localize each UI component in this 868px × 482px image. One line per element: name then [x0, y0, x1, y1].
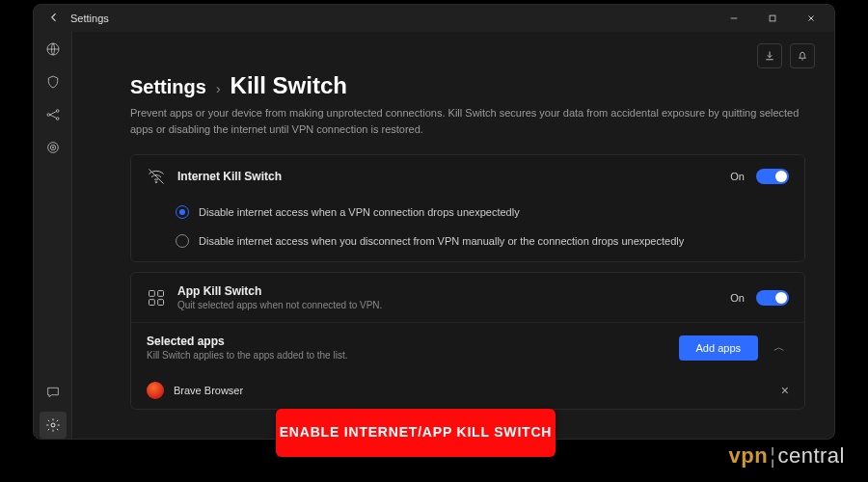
chat-icon[interactable] — [40, 379, 67, 406]
svg-point-5 — [56, 118, 59, 120]
apps-icon — [147, 288, 166, 308]
svg-point-8 — [52, 147, 53, 147]
breadcrumb-separator: › — [216, 81, 221, 96]
page-title: Kill Switch — [231, 72, 347, 99]
app-switch-state: On — [730, 292, 745, 304]
wifi-off-icon — [147, 167, 166, 186]
svg-point-9 — [51, 423, 55, 427]
chevron-up-icon[interactable]: ︿ — [770, 339, 789, 356]
internet-switch-toggle[interactable] — [756, 169, 789, 184]
radio-label: Disable internet access when a VPN conne… — [199, 206, 520, 218]
brave-app-icon — [147, 382, 164, 399]
mesh-icon[interactable] — [40, 101, 67, 128]
svg-rect-1 — [770, 15, 775, 21]
list-item: Brave Browser × — [131, 372, 804, 409]
annotation-callout: Enable Internet/App kill switch — [276, 409, 556, 457]
svg-rect-13 — [158, 290, 164, 296]
window-title: Settings — [70, 13, 109, 24]
remove-app-button[interactable]: × — [781, 383, 789, 398]
download-icon[interactable] — [757, 43, 782, 68]
radio-icon — [176, 234, 189, 248]
page-description: Prevent apps or your device from making … — [130, 105, 805, 137]
main-panel: Settings › Kill Switch Prevent apps or y… — [72, 32, 834, 439]
svg-rect-12 — [149, 290, 155, 296]
shield-icon[interactable] — [40, 68, 67, 95]
radio-label: Disable internet access when you disconn… — [199, 235, 684, 247]
breadcrumb: Settings › Kill Switch — [130, 72, 805, 99]
back-button[interactable] — [43, 12, 65, 26]
globe-icon[interactable] — [40, 36, 67, 63]
svg-point-3 — [47, 114, 50, 117]
close-button[interactable] — [792, 5, 830, 32]
svg-rect-14 — [149, 299, 155, 305]
selected-apps-title: Selected apps — [147, 335, 667, 348]
titlebar: Settings — [34, 5, 834, 32]
internet-kill-switch-card: Internet Kill Switch On Disable internet… — [130, 154, 805, 262]
internet-switch-title: Internet Kill Switch — [177, 170, 719, 183]
watermark: vpn¦central — [729, 443, 845, 469]
svg-point-6 — [47, 143, 58, 153]
app-window: Settings — [33, 4, 835, 440]
target-icon[interactable] — [40, 134, 67, 161]
minimize-button[interactable] — [715, 5, 753, 32]
settings-icon[interactable] — [40, 412, 67, 439]
internet-option-2[interactable]: Disable internet access when you disconn… — [131, 227, 804, 261]
watermark-right: central — [777, 443, 845, 468]
window-controls — [715, 5, 830, 32]
app-switch-title: App Kill Switch — [177, 284, 719, 298]
maximize-button[interactable] — [753, 5, 792, 32]
add-apps-button[interactable]: Add apps — [679, 335, 758, 361]
internet-option-1[interactable]: Disable internet access when a VPN conne… — [131, 198, 804, 227]
breadcrumb-parent[interactable]: Settings — [130, 76, 206, 98]
app-kill-switch-card: App Kill Switch Quit selected apps when … — [130, 272, 805, 410]
app-name: Brave Browser — [174, 385, 772, 396]
internet-switch-state: On — [730, 171, 745, 182]
svg-point-4 — [56, 110, 59, 113]
app-switch-subtitle: Quit selected apps when not connected to… — [177, 300, 719, 310]
window-body: Settings › Kill Switch Prevent apps or y… — [34, 32, 834, 439]
svg-point-7 — [50, 145, 55, 149]
sidebar — [34, 32, 72, 439]
bell-icon[interactable] — [790, 43, 815, 68]
watermark-left: vpn — [729, 443, 769, 468]
svg-rect-15 — [158, 299, 164, 305]
radio-icon — [176, 205, 189, 219]
app-switch-toggle[interactable] — [756, 290, 789, 306]
svg-point-10 — [155, 181, 157, 183]
selected-apps-sub: Kill Switch applies to the apps added to… — [147, 350, 667, 361]
